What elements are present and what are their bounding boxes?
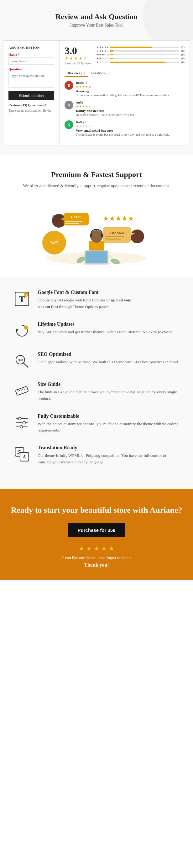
feature-size-guide-desc: The built-in size guide feature allows y… (37, 389, 181, 402)
widget-area: ASK A QUESTION Name * Question: Submit q… (0, 40, 193, 155)
cta-section: Ready to start your beautiful store with… (0, 489, 193, 580)
reviews-panel: 3.0 ★ ★ ★ ★ ★ Based on 12 Reviews ★★★★★ … (59, 40, 190, 145)
svg-text:SEO: SEO (18, 359, 23, 362)
name-input[interactable] (8, 57, 54, 65)
svg-line-42 (24, 388, 24, 390)
feature-translation: 文 A Translation Ready Our theme is fully… (12, 445, 181, 466)
feature-seo: SEO SEO Optimized Get higher ranking wit… (12, 351, 181, 370)
seo-svg: SEO (14, 353, 30, 369)
ask-panel-heading: ASK A QUESTION (8, 45, 54, 50)
review-title-3: Very small pearl but cute (76, 128, 185, 132)
seo-icon: SEO (12, 351, 31, 370)
cta-star-2: ★ (86, 545, 92, 552)
bar-fill-4 (110, 50, 113, 52)
reviewer-name-1: Rosita T (76, 81, 185, 85)
bar-row-5: ★★★★★ (2) (96, 45, 185, 49)
rating-score: 3.0 (64, 45, 91, 56)
tab-reviews[interactable]: Reviews (3) (64, 69, 88, 77)
star-3: ★ (74, 56, 78, 61)
page-subtitle: Improve Your Best Sales Tool (6, 23, 187, 28)
svg-rect-15 (105, 239, 121, 240)
question-textarea[interactable] (8, 72, 54, 88)
feature-google-font-text: Google Font & Custom Font Choose any of … (37, 289, 132, 310)
feature-size-guide-title: Size Guide (37, 381, 181, 387)
svg-rect-23 (86, 251, 107, 263)
review-text-2: Delicate necklace. Chain seems like it w… (76, 113, 185, 117)
avatar-3: K (64, 120, 73, 129)
star-1: ★ (64, 56, 68, 61)
review-section-header: Review and Ask Question Improve Your Bes… (0, 0, 193, 40)
feature-google-font-desc: Choose any of Google web fonts libraries… (37, 297, 132, 310)
svg-point-46 (23, 421, 26, 424)
support-section: Premium & Fastest Support We offer a ded… (0, 155, 193, 277)
avatar-1: R (64, 81, 73, 90)
review-item-1: R Rosita T ★★★★★ Amazing So cute and com… (64, 81, 185, 97)
svg-line-41 (22, 389, 23, 390)
avatar-2: A (64, 101, 73, 110)
google-font-svg: T A (14, 291, 30, 307)
cta-star-1: ★ (79, 545, 84, 552)
support-heading: Premium & Fastest Support (9, 170, 184, 179)
svg-rect-20 (90, 234, 92, 237)
svg-rect-8 (65, 221, 82, 222)
review-title-1: Amazing (76, 89, 185, 93)
feature-customizable-title: Fully Customizable (37, 413, 181, 419)
support-illustration: 24/7 HELP! THANKS! ★★★★★ (34, 196, 159, 265)
svg-line-38 (18, 390, 18, 393)
cta-thank-text: Thank you! (9, 562, 184, 568)
bar-row-3: ★★★☆☆ (0) (96, 53, 185, 56)
ask-panel-tabs: Reviews (13) Questions (0) (8, 103, 54, 107)
review-content-2: Anila ★★★★★ Dainty and delicate Delicate… (76, 101, 185, 117)
submit-question-button[interactable]: Submit question (8, 91, 54, 100)
purchase-button[interactable]: Purchase for $59 (68, 523, 126, 537)
star-4: ★ (79, 56, 83, 61)
feature-lifetime-updates: ! Lifetime Updates Buy Auriane once and … (12, 321, 181, 340)
review-text-3: The necklace is pretty but the pearl is … (76, 133, 185, 136)
support-description: We offer a dedicated & friendly suppport… (9, 183, 184, 189)
bar-row-4: ★★★★☆ (0) (96, 50, 185, 53)
size-guide-svg (14, 383, 30, 399)
review-stars-1: ★★★★★ (76, 85, 185, 89)
svg-rect-21 (101, 234, 103, 237)
tab-questions[interactable]: Questions (0) (88, 69, 113, 77)
review-content-1: Rosita T ★★★★★ Amazing So cute and comes… (76, 81, 185, 97)
svg-text:T: T (19, 294, 25, 304)
svg-rect-14 (105, 237, 124, 237)
support-svg: 24/7 HELP! THANKS! ★★★★★ (34, 196, 159, 265)
lifetime-updates-svg: ! (14, 323, 30, 339)
svg-point-19 (90, 230, 103, 243)
bar-row-2: ★★☆☆☆ (0) (96, 57, 185, 60)
review-text-1: So cute and comes with a little gold cha… (76, 93, 185, 97)
feature-lifetime-text: Lifetime Updates Buy Auriane once and ge… (37, 321, 173, 336)
page-title: Review and Ask Question (6, 12, 187, 21)
rating-summary: 3.0 ★ ★ ★ ★ ★ Based on 12 Reviews ★★★★★ … (64, 45, 185, 65)
translation-svg: 文 A (14, 446, 30, 462)
cta-star-5: ★ (109, 545, 114, 552)
cta-heading: Ready to start your beautiful store with… (9, 505, 184, 516)
feature-size-guide-text: Size Guide The built-in size guide featu… (37, 381, 181, 402)
star-5: ★ (83, 56, 87, 61)
svg-text:A: A (23, 455, 26, 459)
feature-google-font-title: Google Font & Custom Font (37, 289, 132, 295)
reviewer-name-2: Anila (76, 101, 185, 104)
svg-text:HELP!: HELP! (71, 215, 81, 219)
star-2: ★ (69, 56, 73, 61)
feature-translation-text: Translation Ready Our theme is fully WPM… (37, 445, 181, 466)
rating-bars: ★★★★★ (2) ★★★★☆ (0) ★★★☆☆ (0) ★★☆☆☆ (96, 45, 185, 64)
svg-point-44 (19, 417, 21, 420)
cta-rate-text: If you like our theme, don't forget to r… (9, 555, 184, 560)
svg-text:★★★★★: ★★★★★ (103, 215, 134, 222)
feature-lifetime-desc: Buy Auriane once and get further themes … (37, 329, 173, 336)
feature-seo-desc: Get higher ranking with Auriane. We buil… (37, 359, 179, 366)
rating-stars: ★ ★ ★ ★ ★ (64, 56, 91, 61)
cta-stars: ★ ★ ★ ★ ★ (9, 545, 184, 552)
svg-text:A: A (25, 294, 27, 296)
feature-translation-desc: Our theme is fully WPML or Polylang comp… (37, 453, 181, 466)
features-section: T A Google Font & Custom Font Choose any… (0, 277, 193, 489)
review-item-3: K Kathy T ★★★★★ Very small pearl but cut… (64, 120, 185, 136)
svg-line-40 (21, 389, 21, 391)
svg-line-35 (23, 363, 28, 367)
customizable-svg (14, 414, 30, 431)
size-guide-icon (12, 381, 31, 400)
svg-text:THANKS!: THANKS! (110, 231, 124, 235)
